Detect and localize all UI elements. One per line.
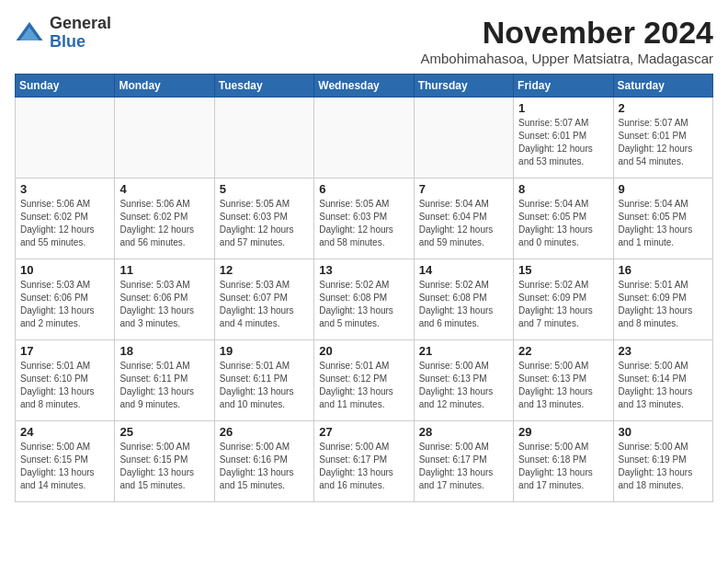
calendar-cell xyxy=(115,98,214,178)
logo-text: General Blue xyxy=(50,15,111,52)
day-number: 11 xyxy=(119,263,209,277)
day-info: Sunrise: 5:00 AM Sunset: 6:13 PM Dayligh… xyxy=(419,360,508,411)
calendar-cell: 23Sunrise: 5:00 AM Sunset: 6:14 PM Dayli… xyxy=(613,340,712,421)
header-wednesday: Wednesday xyxy=(314,75,414,98)
calendar-cell: 28Sunrise: 5:00 AM Sunset: 6:17 PM Dayli… xyxy=(414,421,513,502)
day-info: Sunrise: 5:00 AM Sunset: 6:13 PM Dayligh… xyxy=(518,360,608,411)
day-info: Sunrise: 5:00 AM Sunset: 6:17 PM Dayligh… xyxy=(319,441,408,492)
header-sunday: Sunday xyxy=(16,75,115,98)
page-header: General Blue November 2024 Ambohimahasoa… xyxy=(15,15,713,66)
calendar-cell: 5Sunrise: 5:05 AM Sunset: 6:03 PM Daylig… xyxy=(214,178,313,259)
calendar-week-1: 1Sunrise: 5:07 AM Sunset: 6:01 PM Daylig… xyxy=(16,98,713,178)
calendar-cell: 24Sunrise: 5:00 AM Sunset: 6:15 PM Dayli… xyxy=(16,421,115,502)
calendar-cell: 15Sunrise: 5:02 AM Sunset: 6:09 PM Dayli… xyxy=(514,259,613,340)
calendar-cell: 10Sunrise: 5:03 AM Sunset: 6:06 PM Dayli… xyxy=(16,259,115,340)
day-info: Sunrise: 5:00 AM Sunset: 6:17 PM Dayligh… xyxy=(419,441,508,492)
calendar-cell: 22Sunrise: 5:00 AM Sunset: 6:13 PM Dayli… xyxy=(514,340,613,421)
day-info: Sunrise: 5:00 AM Sunset: 6:18 PM Dayligh… xyxy=(518,441,608,492)
header-monday: Monday xyxy=(115,75,214,98)
calendar-cell: 20Sunrise: 5:01 AM Sunset: 6:12 PM Dayli… xyxy=(314,340,414,421)
day-number: 8 xyxy=(518,182,608,196)
calendar-cell: 21Sunrise: 5:00 AM Sunset: 6:13 PM Dayli… xyxy=(414,340,513,421)
calendar-week-3: 10Sunrise: 5:03 AM Sunset: 6:06 PM Dayli… xyxy=(16,259,713,340)
title-block: November 2024 Ambohimahasoa, Upper Matsi… xyxy=(421,15,714,66)
logo-icon xyxy=(15,18,44,48)
day-number: 4 xyxy=(119,182,209,196)
day-info: Sunrise: 5:05 AM Sunset: 6:03 PM Dayligh… xyxy=(220,198,309,249)
calendar-week-2: 3Sunrise: 5:06 AM Sunset: 6:02 PM Daylig… xyxy=(16,178,713,259)
day-number: 19 xyxy=(220,344,309,358)
day-number: 2 xyxy=(619,101,708,115)
calendar-cell: 30Sunrise: 5:00 AM Sunset: 6:19 PM Dayli… xyxy=(613,421,712,502)
calendar-cell: 3Sunrise: 5:06 AM Sunset: 6:02 PM Daylig… xyxy=(16,178,115,259)
day-number: 16 xyxy=(619,263,708,277)
calendar-cell: 26Sunrise: 5:00 AM Sunset: 6:16 PM Dayli… xyxy=(214,421,313,502)
day-info: Sunrise: 5:01 AM Sunset: 6:09 PM Dayligh… xyxy=(619,279,708,330)
header-friday: Friday xyxy=(514,75,613,98)
day-number: 10 xyxy=(20,263,109,277)
calendar-header-row: Sunday Monday Tuesday Wednesday Thursday… xyxy=(16,75,713,98)
day-number: 26 xyxy=(220,425,309,439)
day-number: 22 xyxy=(518,344,608,358)
calendar-cell: 19Sunrise: 5:01 AM Sunset: 6:11 PM Dayli… xyxy=(214,340,313,421)
day-info: Sunrise: 5:03 AM Sunset: 6:06 PM Dayligh… xyxy=(119,279,209,330)
day-number: 18 xyxy=(119,344,209,358)
day-info: Sunrise: 5:00 AM Sunset: 6:19 PM Dayligh… xyxy=(619,441,708,492)
month-title: November 2024 xyxy=(421,15,714,51)
day-number: 1 xyxy=(518,101,608,115)
calendar-cell: 13Sunrise: 5:02 AM Sunset: 6:08 PM Dayli… xyxy=(314,259,414,340)
day-info: Sunrise: 5:05 AM Sunset: 6:03 PM Dayligh… xyxy=(319,198,408,249)
day-number: 15 xyxy=(518,263,608,277)
day-info: Sunrise: 5:00 AM Sunset: 6:15 PM Dayligh… xyxy=(119,441,209,492)
day-info: Sunrise: 5:01 AM Sunset: 6:11 PM Dayligh… xyxy=(220,360,309,411)
calendar-week-4: 17Sunrise: 5:01 AM Sunset: 6:10 PM Dayli… xyxy=(16,340,713,421)
calendar-cell: 14Sunrise: 5:02 AM Sunset: 6:08 PM Dayli… xyxy=(414,259,513,340)
day-number: 7 xyxy=(419,182,508,196)
calendar-cell: 27Sunrise: 5:00 AM Sunset: 6:17 PM Dayli… xyxy=(314,421,414,502)
calendar-cell: 11Sunrise: 5:03 AM Sunset: 6:06 PM Dayli… xyxy=(115,259,214,340)
day-number: 23 xyxy=(619,344,708,358)
day-info: Sunrise: 5:02 AM Sunset: 6:09 PM Dayligh… xyxy=(518,279,608,330)
calendar-cell: 18Sunrise: 5:01 AM Sunset: 6:11 PM Dayli… xyxy=(115,340,214,421)
day-info: Sunrise: 5:06 AM Sunset: 6:02 PM Dayligh… xyxy=(20,198,109,249)
day-number: 20 xyxy=(319,344,408,358)
calendar-cell xyxy=(414,98,513,178)
header-tuesday: Tuesday xyxy=(214,75,313,98)
calendar-cell xyxy=(16,98,115,178)
header-saturday: Saturday xyxy=(613,75,712,98)
day-number: 13 xyxy=(319,263,408,277)
day-number: 5 xyxy=(220,182,309,196)
calendar-cell: 16Sunrise: 5:01 AM Sunset: 6:09 PM Dayli… xyxy=(613,259,712,340)
day-number: 27 xyxy=(319,425,408,439)
calendar-cell xyxy=(314,98,414,178)
day-number: 24 xyxy=(20,425,109,439)
day-info: Sunrise: 5:03 AM Sunset: 6:07 PM Dayligh… xyxy=(220,279,309,330)
day-info: Sunrise: 5:04 AM Sunset: 6:04 PM Dayligh… xyxy=(419,198,508,249)
logo-general: General xyxy=(50,15,111,33)
calendar-cell: 4Sunrise: 5:06 AM Sunset: 6:02 PM Daylig… xyxy=(115,178,214,259)
calendar-cell: 8Sunrise: 5:04 AM Sunset: 6:05 PM Daylig… xyxy=(514,178,613,259)
day-number: 25 xyxy=(119,425,209,439)
calendar-cell xyxy=(214,98,313,178)
day-number: 3 xyxy=(20,182,109,196)
day-info: Sunrise: 5:02 AM Sunset: 6:08 PM Dayligh… xyxy=(319,279,408,330)
header-thursday: Thursday xyxy=(414,75,513,98)
calendar-table: Sunday Monday Tuesday Wednesday Thursday… xyxy=(15,74,713,502)
calendar-week-5: 24Sunrise: 5:00 AM Sunset: 6:15 PM Dayli… xyxy=(16,421,713,502)
location-subtitle: Ambohimahasoa, Upper Matsiatra, Madagasc… xyxy=(421,51,714,66)
day-number: 6 xyxy=(319,182,408,196)
day-number: 14 xyxy=(419,263,508,277)
calendar-cell: 6Sunrise: 5:05 AM Sunset: 6:03 PM Daylig… xyxy=(314,178,414,259)
day-info: Sunrise: 5:00 AM Sunset: 6:16 PM Dayligh… xyxy=(220,441,309,492)
calendar-cell: 9Sunrise: 5:04 AM Sunset: 6:05 PM Daylig… xyxy=(613,178,712,259)
day-info: Sunrise: 5:07 AM Sunset: 6:01 PM Dayligh… xyxy=(518,117,608,168)
day-number: 21 xyxy=(419,344,508,358)
day-info: Sunrise: 5:01 AM Sunset: 6:12 PM Dayligh… xyxy=(319,360,408,411)
day-info: Sunrise: 5:01 AM Sunset: 6:10 PM Dayligh… xyxy=(20,360,109,411)
logo: General Blue xyxy=(15,15,111,52)
logo-blue: Blue xyxy=(50,33,111,52)
day-number: 30 xyxy=(619,425,708,439)
calendar-cell: 17Sunrise: 5:01 AM Sunset: 6:10 PM Dayli… xyxy=(16,340,115,421)
day-number: 28 xyxy=(419,425,508,439)
day-info: Sunrise: 5:03 AM Sunset: 6:06 PM Dayligh… xyxy=(20,279,109,330)
